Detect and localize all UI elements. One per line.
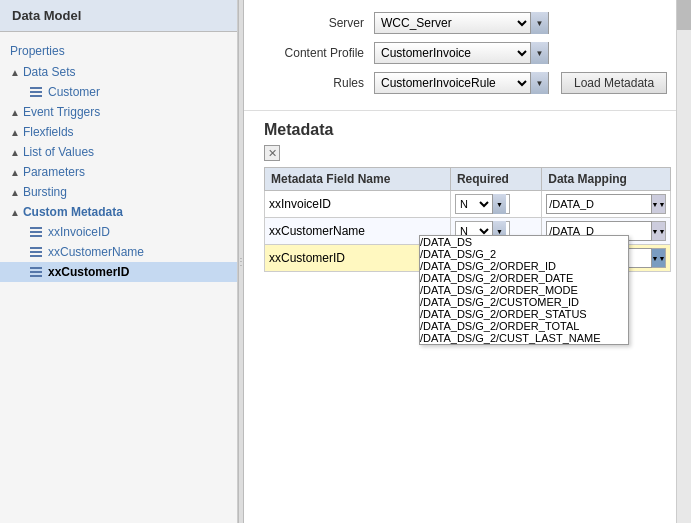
- col-header-mapping: Data Mapping: [542, 168, 671, 191]
- arrow-icon: ▲: [10, 67, 20, 78]
- sidebar-item-bursting[interactable]: ▲ Bursting: [0, 182, 237, 202]
- customer-icon: [28, 85, 44, 99]
- sidebar-item-list-of-values[interactable]: ▲ List of Values: [0, 142, 237, 162]
- sidebar-item-label: Data Sets: [23, 65, 76, 79]
- server-row: Server WCC_Server: [264, 12, 671, 34]
- sidebar-content: Properties ▲ Data Sets Customer ▲ Event …: [0, 32, 237, 523]
- server-label: Server: [264, 16, 374, 30]
- col-header-field: Metadata Field Name: [265, 168, 451, 191]
- sidebar-item-label: xxInvoiceID: [48, 225, 110, 239]
- mapping-input-1[interactable]: [546, 194, 652, 214]
- sidebar-item-xxcustomerid[interactable]: xxCustomerID: [0, 262, 237, 282]
- arrow-icon: ▲: [10, 207, 20, 218]
- metadata-section: Metadata ✕ Metadata Field Name Required …: [244, 111, 691, 523]
- sidebar-item-custom-metadata[interactable]: ▲ Custom Metadata: [0, 202, 237, 222]
- sidebar-item-label: xxCustomerName: [48, 245, 144, 259]
- table-header-row: Metadata Field Name Required Data Mappin…: [265, 168, 671, 191]
- sidebar-item-parameters[interactable]: ▲ Parameters: [0, 162, 237, 182]
- sidebar-item-label: Bursting: [23, 185, 67, 199]
- chevron-down-icon: ▼: [652, 228, 659, 235]
- rules-dropdown-arrow[interactable]: [530, 72, 548, 94]
- required-arrow-1[interactable]: ▼: [492, 194, 506, 214]
- mapping-wrapper-1: ▼: [546, 194, 666, 214]
- sidebar-item-label: xxCustomerID: [48, 265, 129, 279]
- sidebar-item-customer[interactable]: Customer: [0, 82, 237, 102]
- sidebar-item-event-triggers[interactable]: ▲ Event Triggers: [0, 102, 237, 122]
- table-row: xxInvoiceID N Y ▼: [265, 191, 671, 218]
- xxcustomerid-icon: [28, 265, 44, 279]
- metadata-title: Metadata: [264, 121, 671, 139]
- sidebar: Data Model Properties ▲ Data Sets Custom…: [0, 0, 238, 523]
- dropdown-item-9[interactable]: /DATA_DS/G_2/CUST_LAST_NAME: [420, 332, 628, 344]
- content-profile-select-wrapper[interactable]: CustomerInvoice: [374, 42, 549, 64]
- content-profile-dropdown-arrow[interactable]: [530, 42, 548, 64]
- server-dropdown-arrow[interactable]: [530, 12, 548, 34]
- dropdown-item-3[interactable]: /DATA_DS/G_2/ORDER_ID: [420, 260, 628, 272]
- content-profile-select[interactable]: CustomerInvoice: [375, 43, 530, 63]
- dropdown-item-5[interactable]: /DATA_DS/G_2/ORDER_MODE: [420, 284, 628, 296]
- sidebar-item-xxinvoiceid[interactable]: xxInvoiceID: [0, 222, 237, 242]
- sidebar-item-xxcustomername[interactable]: xxCustomerName: [0, 242, 237, 262]
- rules-select[interactable]: CustomerInvoiceRule: [375, 73, 530, 93]
- load-metadata-button[interactable]: Load Metadata: [561, 72, 667, 94]
- chevron-down-icon: ▼: [652, 255, 659, 262]
- content-profile-label: Content Profile: [264, 46, 374, 60]
- arrow-icon: ▲: [10, 167, 20, 178]
- dropdown-item-8[interactable]: /DATA_DS/G_2/ORDER_TOTAL: [420, 320, 628, 332]
- field-name: xxCustomerID: [269, 251, 345, 265]
- field-name: xxInvoiceID: [269, 197, 331, 211]
- chevron-down-icon: ▼: [652, 201, 659, 208]
- xxcustomername-icon: [28, 245, 44, 259]
- rules-label: Rules: [264, 76, 374, 90]
- mapping-arrow-2[interactable]: ▼: [652, 221, 666, 241]
- form-area: Server WCC_Server Content Profile Custom…: [244, 0, 691, 111]
- col-header-required: Required: [450, 168, 541, 191]
- dropdown-item-7[interactable]: /DATA_DS/G_2/ORDER_STATUS: [420, 308, 628, 320]
- rules-row: Rules CustomerInvoiceRule Load Metadata: [264, 72, 671, 94]
- arrow-icon: ▲: [10, 127, 20, 138]
- server-select[interactable]: WCC_Server: [375, 13, 530, 33]
- sidebar-item-label: Parameters: [23, 165, 85, 179]
- properties-label[interactable]: Properties: [0, 40, 237, 62]
- sidebar-item-label: List of Values: [23, 145, 94, 159]
- field-cell: xxInvoiceID: [265, 191, 451, 218]
- mapping-dropdown: /DATA_DS /DATA_DS/G_2 /DATA_DS/G_2/ORDER…: [419, 235, 629, 345]
- content-profile-row: Content Profile CustomerInvoice: [264, 42, 671, 64]
- mapping-arrow-3-active[interactable]: ▼: [652, 248, 666, 268]
- dropdown-item-6-selected[interactable]: /DATA_DS/G_2/CUSTOMER_ID: [420, 296, 628, 308]
- arrow-icon: ▲: [10, 107, 20, 118]
- table-container: Metadata Field Name Required Data Mappin…: [264, 167, 671, 272]
- dropdown-item-2[interactable]: /DATA_DS/G_2: [420, 248, 628, 260]
- arrow-icon: ▲: [10, 147, 20, 158]
- mapping-cell-1[interactable]: ▼: [542, 191, 671, 218]
- dropdown-item-1[interactable]: /DATA_DS: [420, 236, 628, 248]
- required-cell[interactable]: N Y ▼: [450, 191, 541, 218]
- arrow-icon: ▲: [10, 187, 20, 198]
- field-name: xxCustomerName: [269, 224, 365, 238]
- mapping-arrow-1[interactable]: ▼: [652, 194, 666, 214]
- sidebar-item-label: Custom Metadata: [23, 205, 123, 219]
- sidebar-title: Data Model: [0, 0, 237, 32]
- scrollbar-thumb[interactable]: [677, 0, 691, 30]
- dropdown-item-4[interactable]: /DATA_DS/G_2/ORDER_DATE: [420, 272, 628, 284]
- rules-select-wrapper[interactable]: CustomerInvoiceRule: [374, 72, 549, 94]
- server-select-wrapper[interactable]: WCC_Server: [374, 12, 549, 34]
- xxinvoiceid-icon: [28, 225, 44, 239]
- sidebar-item-label: Customer: [48, 85, 100, 99]
- sidebar-item-data-sets[interactable]: ▲ Data Sets: [0, 62, 237, 82]
- required-select-1[interactable]: N Y: [456, 197, 492, 211]
- chevron-down-icon: ▼: [496, 228, 503, 235]
- close-button[interactable]: ✕: [264, 145, 280, 161]
- sidebar-item-flexfields[interactable]: ▲ Flexfields: [0, 122, 237, 142]
- sidebar-item-label: Event Triggers: [23, 105, 100, 119]
- right-scrollbar[interactable]: [676, 0, 691, 523]
- main-content: Server WCC_Server Content Profile Custom…: [244, 0, 691, 523]
- chevron-down-icon: ▼: [496, 201, 503, 208]
- sidebar-item-label: Flexfields: [23, 125, 74, 139]
